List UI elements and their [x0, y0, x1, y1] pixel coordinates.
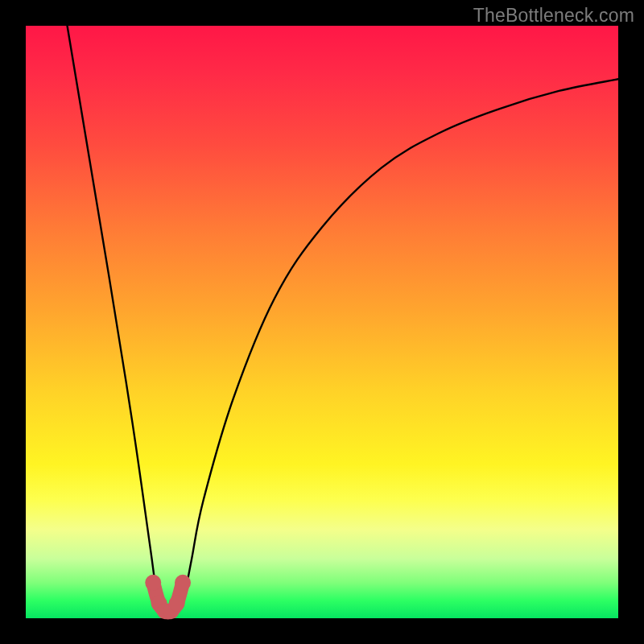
svg-point-5: [175, 575, 191, 591]
svg-point-4: [169, 596, 185, 612]
bottleneck-curve: [68, 26, 618, 613]
curve-layer: [26, 26, 618, 618]
watermark-text: TheBottleneck.com: [473, 5, 634, 27]
chart-frame: TheBottleneck.com: [0, 0, 644, 644]
svg-point-0: [145, 575, 161, 591]
optimal-range-marker: [145, 575, 191, 619]
plot-area: [26, 26, 618, 618]
